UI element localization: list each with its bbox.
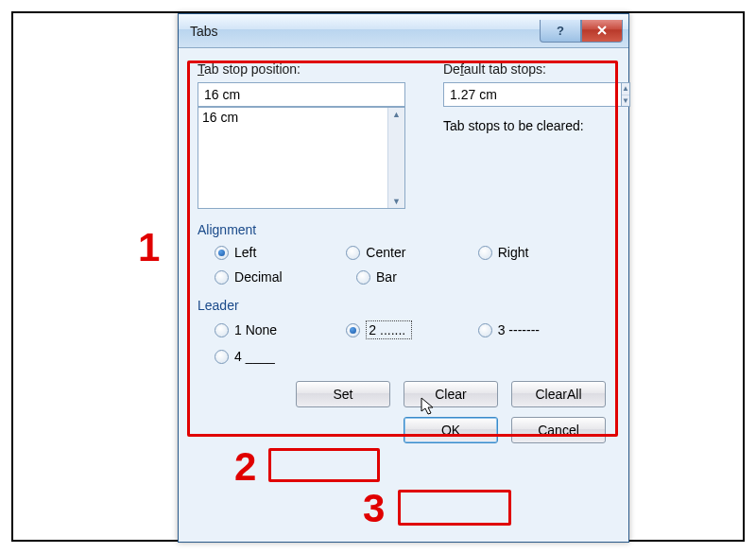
leader-1-none-radio[interactable]: 1 None [215, 320, 346, 339]
alignment-decimal-radio[interactable]: Decimal [215, 269, 356, 285]
close-icon [596, 25, 608, 36]
radio-label: 4 ____ [234, 349, 275, 364]
radio-icon [215, 270, 229, 285]
radio-label: Center [366, 245, 405, 260]
radio-label: Bar [376, 269, 397, 285]
radio-icon [356, 270, 370, 285]
default-tabstops-label: Default tab stops: [443, 61, 613, 77]
leader-2-dots-radio[interactable]: 2 ....... [346, 320, 477, 339]
image-frame: Tabs ? Tab stop position: 16 cm [11, 11, 745, 542]
scroll-down-icon[interactable]: ▼ [392, 195, 401, 208]
close-button[interactable] [581, 20, 623, 43]
clear-button[interactable]: Clear [404, 381, 498, 407]
action-row-2: OK Cancel [198, 417, 610, 443]
dialog-body: Tab stop position: 16 cm ▲ ▼ Default tab… [179, 48, 628, 542]
tabstop-position-label: Tab stop position: [198, 61, 405, 77]
leader-title: Leader [198, 298, 610, 313]
radio-icon [478, 323, 492, 337]
list-item[interactable]: 16 cm [202, 110, 401, 125]
alignment-bar-radio[interactable]: Bar [356, 269, 498, 285]
radio-icon [346, 246, 360, 260]
listbox-scrollbar[interactable]: ▲ ▼ [387, 108, 404, 208]
scroll-up-icon[interactable]: ▲ [392, 108, 401, 121]
alignment-title: Alignment [198, 222, 610, 237]
radio-icon [215, 323, 229, 337]
radio-label: Left [234, 245, 256, 260]
tabstop-list[interactable]: 16 cm ▲ ▼ [198, 107, 405, 209]
radio-icon [215, 350, 229, 364]
cancel-button[interactable]: Cancel [511, 417, 606, 443]
spinner-up-icon[interactable]: ▲ [622, 83, 629, 95]
leader-3-dashes-radio[interactable]: 3 ------- [478, 320, 610, 339]
dialog-title: Tabs [190, 24, 218, 39]
annotation-number-1: 1 [138, 225, 160, 270]
default-tabstops-spinner[interactable]: ▲ ▼ [443, 82, 613, 107]
leader-group: Leader 1 None 2 ....... 3 ------- [198, 298, 610, 364]
radio-label: Right [498, 245, 529, 260]
radio-label: Decimal [234, 269, 283, 285]
alignment-center-radio[interactable]: Center [346, 245, 477, 260]
radio-label: 2 ....... [366, 320, 412, 339]
radio-icon [215, 246, 229, 260]
set-button[interactable]: Set [296, 381, 390, 407]
spinner-down-icon[interactable]: ▼ [622, 95, 629, 107]
clear-all-button[interactable]: Clear All [511, 381, 606, 407]
leader-4-underline-radio[interactable]: 4 ____ [215, 349, 356, 364]
radio-label: 3 ------- [498, 322, 540, 337]
ok-button[interactable]: OK [404, 417, 498, 443]
tabstop-position-input[interactable] [198, 82, 405, 107]
default-tabstops-input[interactable] [443, 82, 622, 107]
radio-label: 1 None [234, 322, 277, 337]
tabstops-cleared-label: Tab stops to be cleared: [443, 118, 613, 133]
help-button[interactable]: ? [540, 20, 581, 43]
alignment-right-radio[interactable]: Right [478, 245, 610, 260]
alignment-group: Alignment Left Center Right [198, 222, 610, 285]
tabs-dialog: Tabs ? Tab stop position: 16 cm [178, 13, 629, 543]
action-row-1: Set Clear Clear All [198, 381, 610, 407]
radio-icon [478, 246, 492, 260]
alignment-left-radio[interactable]: Left [215, 245, 346, 260]
radio-icon [346, 323, 360, 337]
titlebar[interactable]: Tabs ? [179, 14, 628, 48]
